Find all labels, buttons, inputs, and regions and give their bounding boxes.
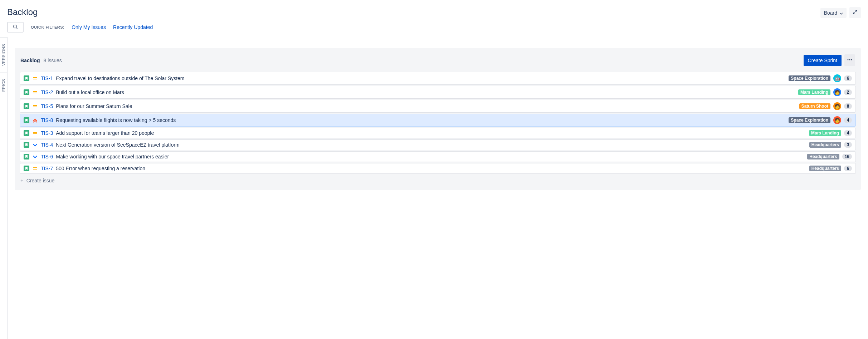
svg-point-3 <box>849 59 850 60</box>
filter-bar: QUICK FILTERS: Only My Issues Recently U… <box>0 22 868 37</box>
panel-header: Backlog 8 issues Create Sprint <box>20 53 856 68</box>
panel-issue-count: 8 issues <box>43 58 62 63</box>
estimate-pill: 6 <box>844 166 852 171</box>
header-actions: Board <box>820 7 861 18</box>
issue-key[interactable]: TIS-3 <box>41 130 53 136</box>
story-icon <box>24 117 29 123</box>
filter-only-my-issues[interactable]: Only My Issues <box>72 24 106 30</box>
svg-point-2 <box>848 59 849 60</box>
estimate-pill: 16 <box>842 154 852 159</box>
epic-lozenge[interactable]: Mars Landing <box>809 130 841 136</box>
page-header: Backlog Board <box>0 0 868 22</box>
epic-lozenge[interactable]: Saturn Shoot <box>799 103 830 109</box>
issue-summary: Requesting available flights is now taki… <box>56 117 176 123</box>
estimate-pill: 4 <box>844 117 852 123</box>
issue-summary: Add support for teams larger than 20 peo… <box>56 130 154 136</box>
issue-key[interactable]: TIS-6 <box>41 154 53 159</box>
page-title: Backlog <box>7 7 38 17</box>
fullscreen-button[interactable] <box>849 7 861 18</box>
priority-icon <box>32 130 38 136</box>
svg-point-4 <box>851 59 852 60</box>
side-tab-versions[interactable]: VERSIONS <box>0 37 7 72</box>
issue-summary: Build out a local office on Mars <box>56 89 124 95</box>
issue-key[interactable]: TIS-1 <box>41 75 53 81</box>
estimate-pill: 4 <box>844 130 852 136</box>
epic-lozenge[interactable]: Headquarters <box>809 142 841 148</box>
svg-point-0 <box>14 25 17 28</box>
priority-icon <box>32 103 38 109</box>
issue-row[interactable]: TIS-5Plans for our Summer Saturn SaleSat… <box>20 100 856 113</box>
issue-key[interactable]: TIS-8 <box>41 117 53 123</box>
assignee-avatar[interactable]: 🧑 <box>833 88 841 96</box>
issue-row[interactable]: TIS-6Make working with our space travel … <box>20 151 856 162</box>
issue-row[interactable]: TIS-8Requesting available flights is now… <box>20 114 856 127</box>
issue-list: TIS-1Expand travel to destinations outsi… <box>20 72 856 174</box>
quick-filters-label: QUICK FILTERS: <box>31 25 64 29</box>
create-issue-button[interactable]: + Create issue <box>20 174 856 183</box>
epic-lozenge[interactable]: Space Exploration <box>789 117 830 123</box>
create-issue-label: Create issue <box>26 178 55 183</box>
epic-lozenge[interactable]: Headquarters <box>809 166 841 171</box>
story-icon <box>24 166 29 171</box>
issue-summary: Plans for our Summer Saturn Sale <box>56 103 132 109</box>
expand-icon <box>852 9 858 16</box>
issue-summary: Make working with our space travel partn… <box>56 154 169 159</box>
issue-row[interactable]: TIS-3Add support for teams larger than 2… <box>20 128 856 138</box>
svg-line-1 <box>16 28 18 29</box>
issue-key[interactable]: TIS-4 <box>41 142 53 148</box>
issue-row[interactable]: TIS-1Expand travel to destinations outsi… <box>20 72 856 85</box>
panel-title: Backlog <box>20 58 40 63</box>
create-sprint-button[interactable]: Create Sprint <box>804 55 842 66</box>
story-icon <box>24 142 29 148</box>
priority-icon <box>32 117 38 123</box>
story-icon <box>24 89 29 95</box>
issue-key[interactable]: TIS-5 <box>41 103 53 109</box>
board-dropdown[interactable]: Board <box>820 8 847 18</box>
issue-summary: Expand travel to destinations outside of… <box>56 75 184 81</box>
side-tabs: VERSIONS EPICS <box>0 37 8 339</box>
priority-icon <box>32 142 38 148</box>
main-area: Backlog 8 issues Create Sprint TIS-1Expa… <box>8 37 868 339</box>
more-actions-button[interactable] <box>844 54 855 66</box>
assignee-avatar[interactable]: 🤖 <box>833 74 841 82</box>
epic-lozenge[interactable]: Space Exploration <box>789 75 830 81</box>
issue-row[interactable]: TIS-4Next Generation version of SeeSpace… <box>20 139 856 150</box>
story-icon <box>24 154 29 159</box>
issue-summary: Next Generation version of SeeSpaceEZ tr… <box>56 142 180 148</box>
priority-icon <box>32 166 38 171</box>
story-icon <box>24 103 29 109</box>
filter-recently-updated[interactable]: Recently Updated <box>113 24 153 30</box>
priority-icon <box>32 75 38 81</box>
story-icon <box>24 130 29 136</box>
more-icon <box>847 56 853 64</box>
assignee-avatar[interactable]: 🧑 <box>833 102 841 110</box>
priority-icon <box>32 154 38 159</box>
assignee-avatar[interactable]: 🧑 <box>833 116 841 124</box>
issue-row[interactable]: TIS-7500 Error when requesting a reserva… <box>20 163 856 174</box>
estimate-pill: 2 <box>844 89 852 95</box>
estimate-pill: 8 <box>844 103 852 109</box>
issue-key[interactable]: TIS-7 <box>41 166 53 171</box>
estimate-pill: 6 <box>844 75 852 81</box>
backlog-panel: Backlog 8 issues Create Sprint TIS-1Expa… <box>15 48 861 190</box>
epic-lozenge[interactable]: Mars Landing <box>798 89 830 95</box>
side-tab-epics[interactable]: EPICS <box>0 72 7 98</box>
estimate-pill: 3 <box>844 142 852 148</box>
priority-icon <box>32 89 38 95</box>
story-icon <box>24 75 29 81</box>
search-icon <box>13 24 18 30</box>
chevron-down-icon <box>839 10 843 16</box>
search-input[interactable] <box>7 22 24 33</box>
plus-icon: + <box>20 177 24 183</box>
issue-row[interactable]: TIS-2Build out a local office on MarsMar… <box>20 86 856 99</box>
epic-lozenge[interactable]: Headquarters <box>807 154 839 159</box>
board-dropdown-label: Board <box>824 10 837 16</box>
issue-summary: 500 Error when requesting a reservation <box>56 166 145 171</box>
issue-key[interactable]: TIS-2 <box>41 89 53 95</box>
